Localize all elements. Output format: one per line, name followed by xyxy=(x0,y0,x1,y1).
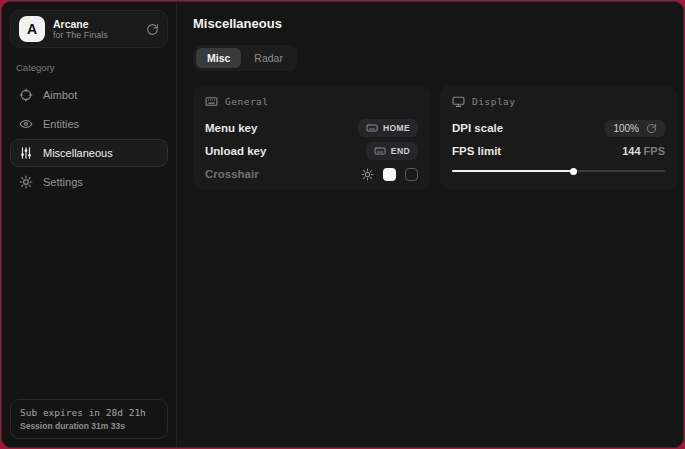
monitor-icon xyxy=(452,95,465,108)
dpi-scale-row: DPI scale 100% xyxy=(452,117,665,139)
category-label: Category xyxy=(16,62,168,73)
fps-limit-label: FPS limit xyxy=(452,145,501,157)
brand-card: A Arcane for The Finals xyxy=(10,10,168,48)
gear-icon xyxy=(19,175,33,189)
main-content: Miscellaneous Misc Radar General Menu ke… xyxy=(177,2,684,447)
sidebar: A Arcane for The Finals Category Aimbot xyxy=(2,2,177,447)
crosshair-icon xyxy=(19,88,33,102)
crosshair-label: Crosshair xyxy=(205,168,259,180)
fps-limit-value: 144 FPS xyxy=(622,145,665,157)
gear-icon[interactable] xyxy=(361,168,374,181)
app-window: A Arcane for The Finals Category Aimbot xyxy=(1,1,684,448)
menu-key-bind-button[interactable]: HOME xyxy=(358,119,418,137)
menu-key-row: Menu key HOME xyxy=(205,117,418,139)
page-title: Miscellaneous xyxy=(193,16,677,31)
slider-fill xyxy=(452,170,573,172)
subscription-status-card: Sub expires in 28d 21h Session duration … xyxy=(10,399,168,439)
general-card: General Menu key HOME Unload key xyxy=(193,85,430,190)
brand-title: Arcane xyxy=(53,18,138,30)
sidebar-item-label: Entities xyxy=(43,118,79,130)
general-card-title: General xyxy=(225,96,269,107)
display-card-title: Display xyxy=(472,96,516,107)
crosshair-row: Crosshair xyxy=(205,163,418,185)
eye-icon xyxy=(19,117,33,131)
tab-misc[interactable]: Misc xyxy=(196,48,241,68)
dpi-scale-value: 100% xyxy=(613,123,639,134)
unload-key-bind-button[interactable]: END xyxy=(366,142,418,160)
keyboard-icon xyxy=(205,95,218,108)
brand-subtitle: for The Finals xyxy=(53,30,138,40)
sidebar-item-label: Aimbot xyxy=(43,89,77,101)
refresh-icon[interactable] xyxy=(646,123,657,134)
keyboard-icon xyxy=(374,145,386,157)
brand-text: Arcane for The Finals xyxy=(53,18,138,40)
slider-thumb[interactable] xyxy=(570,168,577,175)
sidebar-item-entities[interactable]: Entities xyxy=(10,110,168,138)
tab-radar[interactable]: Radar xyxy=(243,48,294,68)
refresh-icon[interactable] xyxy=(146,23,159,36)
menu-key-label: Menu key xyxy=(205,122,257,134)
keyboard-icon xyxy=(366,122,378,134)
app-logo: A xyxy=(19,16,45,42)
sidebar-item-miscellaneous[interactable]: Miscellaneous xyxy=(10,139,168,167)
unload-key-row: Unload key END xyxy=(205,140,418,162)
dpi-scale-button[interactable]: 100% xyxy=(605,120,665,137)
dpi-scale-label: DPI scale xyxy=(452,122,503,134)
sidebar-item-settings[interactable]: Settings xyxy=(10,168,168,196)
crosshair-color-swatch[interactable] xyxy=(383,168,396,181)
sliders-icon xyxy=(19,146,33,160)
sidebar-item-label: Miscellaneous xyxy=(43,147,113,159)
sidebar-item-aimbot[interactable]: Aimbot xyxy=(10,81,168,109)
tab-bar: Misc Radar xyxy=(193,45,297,71)
sidebar-item-label: Settings xyxy=(43,176,83,188)
display-card: Display DPI scale 100% FPS limit xyxy=(440,85,677,190)
fps-limit-row: FPS limit 144 FPS xyxy=(452,140,665,162)
crosshair-checkbox[interactable] xyxy=(405,168,418,181)
session-duration-text: Session duration 31m 33s xyxy=(20,421,158,431)
fps-limit-slider[interactable] xyxy=(452,166,665,176)
sub-expiry-text: Sub expires in 28d 21h xyxy=(20,407,158,418)
unload-key-label: Unload key xyxy=(205,145,266,157)
